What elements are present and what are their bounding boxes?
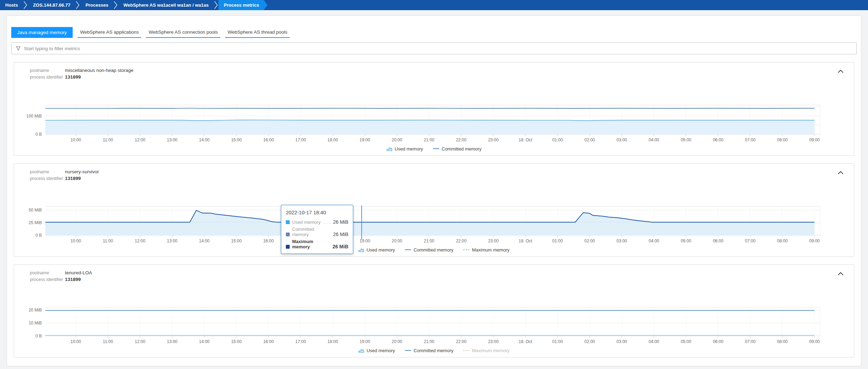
x-axis-tick-label: 04:00 — [649, 339, 659, 344]
chart-plot[interactable]: 2022-10-17 18:40 Used memory 26 MiB Comm… — [45, 206, 820, 237]
x-axis-tick-label: 16:00 — [263, 339, 274, 344]
x-axis-tick-label: 11:00 — [103, 339, 113, 344]
chevron-right-icon — [75, 0, 80, 10]
x-axis-tick-label: 13:00 — [167, 339, 177, 344]
process-identifier-value: 131899 — [65, 277, 81, 282]
process-identifier-value: 131899 — [65, 74, 81, 80]
tooltip-label: Maximum memory — [292, 239, 330, 249]
legend-label: Used memory — [395, 146, 423, 152]
filter-metrics-input[interactable] — [24, 46, 852, 51]
x-axis-tick-label: 07:00 — [745, 339, 756, 344]
chart-card-miscellaneous-non-heap-storage: poolnamemiscellaneous non-heap storage p… — [14, 62, 854, 156]
dashed-line-series-icon — [463, 249, 469, 250]
chart-area: 0 B10 MiB20 MiB — [16, 307, 852, 338]
chart-legend: Used memoryCommitted memoryMaximum memor… — [16, 247, 852, 253]
legend-label: Maximum memory — [472, 348, 509, 353]
x-axis-tick-label: 18. Oct — [519, 137, 532, 142]
chevron-right-icon — [214, 0, 218, 10]
legend-label: Committed memory — [414, 348, 453, 353]
legend-label: Committed memory — [442, 146, 481, 152]
chevron-right-icon — [113, 0, 118, 10]
breadcrumb-host[interactable]: ZOS.144.87.66.77 — [28, 0, 75, 10]
x-axis: 10:0011:0012:0013:0014:0015:0016:0017:00… — [45, 338, 820, 345]
poolname-value: tenured-LOA — [65, 270, 92, 275]
x-axis-tick-label: 12:00 — [135, 239, 145, 243]
legend-item-maximum-memory[interactable]: Maximum memory — [463, 247, 509, 253]
poolname-label: poolname — [30, 68, 65, 74]
breadcrumb-processes[interactable]: Processes — [80, 0, 113, 10]
collapse-chevron-up-icon[interactable] — [836, 169, 845, 177]
tab-bar: Java managed memory WebSphere AS applica… — [11, 27, 857, 38]
x-axis-tick-label: 03:00 — [617, 339, 627, 344]
x-axis-tick-label: 06:00 — [713, 339, 723, 344]
x-axis-tick-label: 02:00 — [584, 339, 595, 344]
breadcrumb-process[interactable]: WebSphere AS wa1acell wa1an / wa1as — [118, 0, 214, 10]
breadcrumb: Hosts ZOS.144.87.66.77 Processes WebSphe… — [0, 0, 868, 10]
y-axis-tick-label: 100 MiB — [26, 114, 42, 119]
legend-item-used-memory[interactable]: Used memory — [359, 348, 395, 353]
collapse-chevron-up-icon[interactable] — [836, 270, 845, 278]
x-axis-tick-label: 19:00 — [360, 137, 370, 142]
x-axis-tick-label: 17:00 — [295, 339, 306, 344]
x-axis-tick-label: 18:00 — [328, 339, 338, 344]
x-axis-tick-label: 20:00 — [392, 137, 402, 142]
x-axis-tick-label: 15:00 — [231, 339, 242, 344]
tab-websphere-connection-pools[interactable]: WebSphere AS connection pools — [146, 27, 220, 38]
y-axis: 0 B25 MiB50 MiB — [16, 206, 45, 237]
x-axis-tick-label: 02:00 — [584, 137, 595, 142]
y-axis: 0 B100 MiB — [16, 105, 45, 136]
tab-java-managed-memory[interactable]: Java managed memory — [11, 27, 73, 38]
legend-item-used-memory[interactable]: Used memory — [359, 247, 395, 253]
legend-item-committed-memory[interactable]: Committed memory — [405, 247, 453, 253]
x-axis-tick-label: 15:00 — [231, 137, 242, 142]
x-axis-tick-label: 14:00 — [199, 137, 210, 142]
tab-websphere-thread-pools[interactable]: WebSphere AS thread pools — [225, 27, 290, 38]
process-identifier-label: process identifier — [30, 176, 65, 182]
x-axis-tick-label: 03:00 — [617, 239, 627, 243]
leader-dots — [322, 223, 332, 224]
x-axis-tick-label: 01:00 — [552, 339, 563, 344]
collapse-chevron-up-icon[interactable] — [836, 67, 845, 75]
chevron-right-icon — [23, 0, 28, 10]
breadcrumb-hosts[interactable]: Hosts — [0, 0, 23, 10]
x-axis-tick-label: 14:00 — [199, 239, 210, 243]
legend-item-committed-memory[interactable]: Committed memory — [433, 146, 481, 152]
x-axis-tick-label: 23:00 — [488, 137, 499, 142]
x-axis-tick-label: 01:00 — [552, 239, 563, 243]
legend-item-used-memory[interactable]: Used memory — [387, 146, 423, 152]
chart-card-tenured-loa: poolnametenured-LOA process identifier13… — [14, 264, 854, 357]
chart-area: 0 B100 MiB — [16, 105, 852, 136]
chart-hover-line — [361, 206, 362, 240]
chart-plot[interactable] — [45, 307, 820, 338]
legend-label: Maximum memory — [472, 247, 509, 253]
poolname-value: nursery-survivor — [65, 169, 99, 174]
line-series-icon — [433, 148, 439, 149]
tooltip-value: 26 MiB — [333, 219, 348, 225]
x-axis-tick-label: 08:00 — [777, 137, 788, 142]
used-memory-swatch — [286, 220, 290, 224]
main-panel: Java managed memory WebSphere AS applica… — [7, 15, 861, 366]
x-axis-tick-label: 18. Oct — [519, 339, 532, 344]
x-axis-tick-label: 22:00 — [456, 339, 466, 344]
tooltip-value: 26 MiB — [333, 244, 348, 249]
committed-memory-swatch — [286, 233, 290, 236]
tab-websphere-applications[interactable]: WebSphere AS applications — [78, 27, 141, 38]
chart-plot[interactable] — [45, 105, 820, 136]
legend-item-committed-memory[interactable]: Committed memory — [405, 348, 453, 353]
y-axis: 0 B10 MiB20 MiB — [16, 307, 45, 338]
x-axis-tick-label: 16:00 — [263, 137, 274, 142]
x-axis-tick-label: 05:00 — [681, 137, 691, 142]
poolname-label: poolname — [30, 169, 65, 175]
x-axis-tick-label: 15:00 — [231, 239, 242, 243]
breadcrumb-process-metrics[interactable]: Process metrics — [218, 0, 267, 10]
process-identifier-value: 131899 — [65, 176, 81, 181]
x-axis-tick-label: 20:00 — [392, 239, 402, 243]
tooltip-row-committed-memory: Committed memory 26 MiB — [286, 227, 348, 237]
tooltip-row-maximum-memory: Maximum memory 26 MiB — [286, 239, 348, 249]
y-axis-tick-label: 0 B — [35, 334, 42, 338]
filter-funnel-icon — [16, 46, 21, 51]
x-axis-tick-label: 23:00 — [488, 339, 499, 344]
x-axis-tick-label: 22:00 — [456, 239, 466, 243]
legend-item-maximum-memory[interactable]: Maximum memory — [463, 348, 509, 353]
chart-canvas — [45, 105, 820, 136]
